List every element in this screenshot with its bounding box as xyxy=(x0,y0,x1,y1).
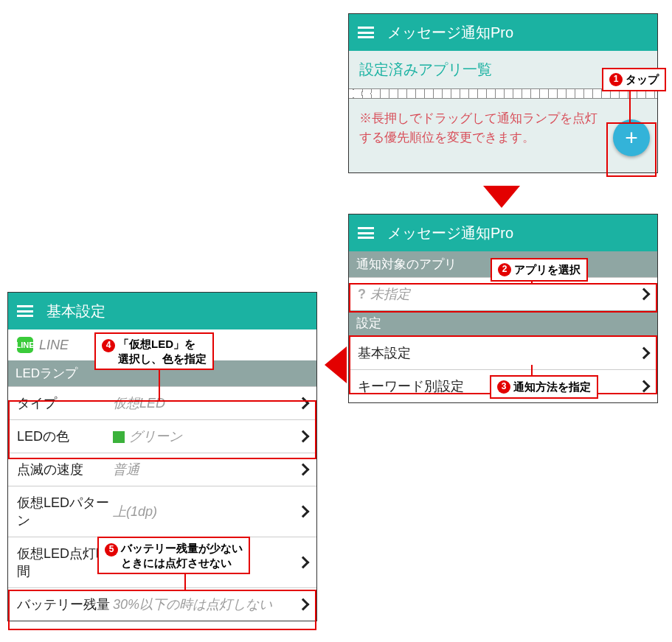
type-value: 仮想LED xyxy=(113,394,299,412)
color-label: LEDの色 xyxy=(17,428,113,445)
green-swatch-icon xyxy=(113,431,125,443)
basic-settings-title: 基本設定 xyxy=(46,301,105,321)
callout-3: 3 通知方法を指定 xyxy=(490,375,598,399)
plus-icon: + xyxy=(625,125,638,150)
hamburger-icon[interactable] xyxy=(358,27,374,38)
pattern-value: 上(1dp) xyxy=(113,503,299,520)
row-basic-settings[interactable]: 基本設定 xyxy=(349,336,657,369)
line-app-icon: LINE xyxy=(17,337,33,353)
basic-settings-label: 基本設定 xyxy=(358,344,411,362)
callout-4: 4 「仮想LED」を選択し、色を指定 xyxy=(94,332,214,370)
battery-label: バッテリー残量 xyxy=(17,596,113,613)
row-blink[interactable]: 点滅の速度 普通 xyxy=(8,453,316,486)
left-arrow xyxy=(325,346,347,383)
app-title: メッセージ通知Pro xyxy=(387,23,513,43)
row-type[interactable]: タイプ 仮想LED xyxy=(8,386,316,419)
drag-note: ※長押しでドラッグして通知ランプを点灯する優先順位を変更できます。 xyxy=(359,109,606,147)
add-button[interactable]: + xyxy=(613,119,650,156)
hamburger-icon[interactable] xyxy=(358,227,374,239)
row-unspecified[interactable]: ? 未指定 xyxy=(349,277,657,310)
blink-label: 点滅の速度 xyxy=(17,461,113,478)
app-bar-3: 基本設定 xyxy=(8,293,316,329)
row-color[interactable]: LEDの色 グリーン xyxy=(8,419,316,453)
chevron-right-icon xyxy=(638,380,651,393)
callout-1-leader xyxy=(629,87,631,122)
down-arrow-1 xyxy=(483,186,520,208)
callout-4-text: 「仮想LED」を選択し、色を指定 xyxy=(118,337,207,366)
chevron-right-icon xyxy=(638,288,651,301)
row-battery[interactable]: バッテリー残量 30%以下の時は点灯しない xyxy=(8,587,316,621)
chevron-right-icon xyxy=(297,506,310,518)
battery-value: 30%以下の時は点灯しない xyxy=(113,596,299,613)
blink-value: 普通 xyxy=(113,461,299,478)
line-app-label: LINE xyxy=(39,338,69,353)
screen-1-app-list: メッセージ通知Pro 設定済みアプリ一覧 ※長押しでドラッグして通知ランプを点灯… xyxy=(348,13,658,173)
row-pattern[interactable]: 仮想LEDパターン 上(1dp) xyxy=(8,486,316,537)
chevron-right-icon xyxy=(297,556,310,569)
callout-3-text: 通知方法を指定 xyxy=(513,380,591,394)
app-bar-1: メッセージ通知Pro xyxy=(349,14,657,51)
chevron-right-icon xyxy=(297,430,310,443)
app-bar-2: メッセージ通知Pro xyxy=(349,214,657,251)
chevron-right-icon xyxy=(638,347,651,360)
callout-1-text: タップ xyxy=(626,72,659,87)
keyword-settings-label: キーワード別設定 xyxy=(358,377,464,395)
callout-num-3: 3 xyxy=(497,380,510,394)
unspecified-value: 未指定 xyxy=(370,285,640,303)
color-value: グリーン xyxy=(113,428,299,445)
chevron-right-icon xyxy=(297,397,310,410)
callout-5-text: バッテリー残量が少ないときには点灯させない xyxy=(121,541,243,570)
chevron-right-icon xyxy=(297,599,310,611)
callout-5: 5 バッテリー残量が少ないときには点灯させない xyxy=(97,537,250,574)
callout-num-2: 2 xyxy=(498,263,511,276)
chevron-right-icon xyxy=(297,464,310,476)
callout-num-1: 1 xyxy=(609,73,623,86)
callout-2-text: アプリを選択 xyxy=(514,262,581,277)
callout-1: 1 タップ xyxy=(602,68,666,91)
callout-num-5: 5 xyxy=(105,543,118,556)
pattern-label: 仮想LEDパターン xyxy=(17,494,113,529)
callout-2: 2 アプリを選択 xyxy=(491,258,588,282)
app-title-2: メッセージ通知Pro xyxy=(387,223,513,243)
hamburger-icon[interactable] xyxy=(17,305,33,317)
section-settings: 設定 xyxy=(349,310,657,336)
callout-num-4: 4 xyxy=(102,339,115,352)
type-label: タイプ xyxy=(17,394,113,412)
